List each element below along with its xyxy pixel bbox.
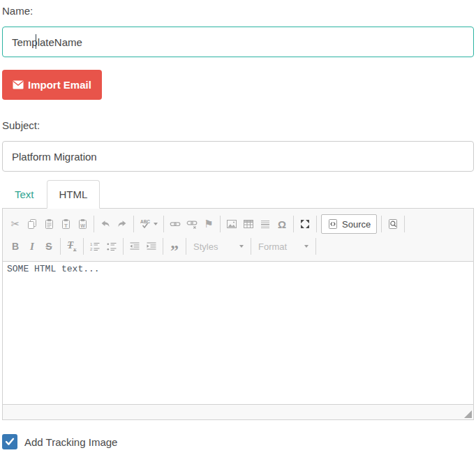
horizontal-rule-icon <box>260 218 271 230</box>
svg-text:2: 2 <box>90 247 93 251</box>
format-dropdown[interactable]: Format <box>254 238 313 255</box>
link-button[interactable] <box>167 216 184 232</box>
toolbar-separator <box>316 216 317 232</box>
toolbar-separator <box>94 216 94 232</box>
add-tracking-label[interactable]: Add Tracking Image <box>24 436 117 448</box>
toolbar-row-2: B I S Tx 1 2 <box>7 235 469 258</box>
outdent-icon <box>129 241 140 252</box>
paste-plain-text-button[interactable]: T <box>57 216 74 232</box>
anchor-button[interactable]: ⚑ <box>200 216 217 232</box>
editor-status-bar <box>3 404 473 419</box>
toolbar-separator <box>381 216 382 232</box>
bulleted-list-button[interactable] <box>103 238 120 255</box>
toolbar-separator <box>83 238 84 255</box>
special-character-button[interactable]: Ω <box>274 216 290 232</box>
toolbar-row-1: ✂ <box>7 213 469 235</box>
subject-input[interactable] <box>2 141 474 172</box>
redo-button[interactable] <box>114 216 131 232</box>
tab-text[interactable]: Text <box>2 180 47 209</box>
maximize-button[interactable] <box>297 216 313 232</box>
svg-text:ABC: ABC <box>140 219 150 224</box>
blockquote-icon: ” <box>170 239 179 253</box>
cut-button[interactable]: ✂ <box>7 216 24 232</box>
decrease-indent-button[interactable] <box>126 238 143 255</box>
toolbar-separator <box>163 216 164 232</box>
toolbar-separator <box>404 216 405 232</box>
svg-text:W: W <box>80 223 85 228</box>
toolbar-separator <box>60 238 61 255</box>
subject-label: Subject: <box>2 119 474 131</box>
strikethrough-button[interactable]: S <box>40 238 57 255</box>
resize-handle-icon[interactable] <box>464 410 472 418</box>
styles-dropdown[interactable]: Styles <box>189 238 248 255</box>
toolbar-separator <box>163 238 163 255</box>
unlink-button[interactable] <box>184 216 200 232</box>
indent-icon <box>146 241 157 252</box>
toolbar-separator <box>251 238 251 255</box>
checkmark-icon <box>5 438 15 446</box>
paste-icon <box>43 218 54 230</box>
toolbar-separator <box>186 238 186 255</box>
italic-button[interactable]: I <box>24 238 40 255</box>
remove-format-button[interactable]: Tx <box>64 238 80 255</box>
numbered-list-button[interactable]: 1 2 <box>87 238 103 255</box>
html-editor: ✂ <box>2 208 474 420</box>
toolbar-separator <box>133 216 134 232</box>
chevron-down-icon <box>304 245 308 248</box>
scissors-icon: ✂ <box>11 218 20 230</box>
subject-input-wrap <box>2 141 474 172</box>
copy-button[interactable] <box>24 216 40 232</box>
redo-icon <box>117 218 128 230</box>
source-code-icon <box>327 218 339 230</box>
paste-button[interactable] <box>40 216 57 232</box>
paste-text-icon: T <box>60 218 71 230</box>
numbered-list-icon: 1 2 <box>89 241 101 252</box>
expand-arrows-icon <box>299 218 311 230</box>
format-dropdown-label: Format <box>258 241 287 252</box>
svg-text:T: T <box>64 223 68 229</box>
add-tracking-checkbox[interactable] <box>2 434 17 449</box>
toolbar-separator <box>220 216 221 232</box>
italic-icon: I <box>30 241 34 253</box>
increase-indent-button[interactable] <box>143 238 160 255</box>
insert-table-button[interactable] <box>240 216 257 232</box>
copy-icon <box>27 218 38 230</box>
table-icon <box>243 218 254 230</box>
flag-icon: ⚑ <box>204 218 213 230</box>
strikethrough-icon: S <box>45 241 52 252</box>
insert-image-button[interactable] <box>223 216 240 232</box>
source-editing-area[interactable]: SOME HTML text... <box>3 262 473 404</box>
preview-icon <box>387 218 399 230</box>
chevron-down-icon <box>154 223 158 225</box>
chevron-down-icon <box>239 245 244 248</box>
toolbar-separator <box>123 238 124 255</box>
remove-format-icon: Tx <box>67 240 76 253</box>
paste-from-word-button[interactable]: W <box>74 216 91 232</box>
spellcheck-icon: ABC <box>140 218 151 230</box>
name-input[interactable] <box>2 27 474 57</box>
horizontal-rule-button[interactable] <box>257 216 274 232</box>
omega-icon: Ω <box>278 218 286 230</box>
undo-icon <box>100 218 111 230</box>
import-email-button[interactable]: Import Email <box>2 70 102 100</box>
text-caret <box>36 34 36 49</box>
bulleted-list-icon <box>106 241 117 252</box>
source-button-label: Source <box>342 219 371 230</box>
unlink-icon <box>186 218 198 230</box>
blockquote-button[interactable]: ” <box>166 238 183 255</box>
editor-toolbar: ✂ <box>3 209 473 262</box>
name-label: Name: <box>2 5 474 17</box>
image-icon <box>226 218 237 230</box>
undo-button[interactable] <box>97 216 114 232</box>
link-icon <box>170 218 181 230</box>
tab-html[interactable]: HTML <box>47 180 101 209</box>
toolbar-separator <box>315 238 316 255</box>
editor-tabs: Text HTML <box>2 180 474 208</box>
preview-button[interactable] <box>385 216 401 232</box>
name-input-wrap <box>2 27 474 57</box>
bold-button[interactable]: B <box>7 238 24 255</box>
spellcheck-button[interactable]: ABC <box>137 216 161 232</box>
import-email-label: Import Email <box>28 79 91 91</box>
bold-icon: B <box>12 241 19 252</box>
source-button[interactable]: Source <box>321 214 377 234</box>
